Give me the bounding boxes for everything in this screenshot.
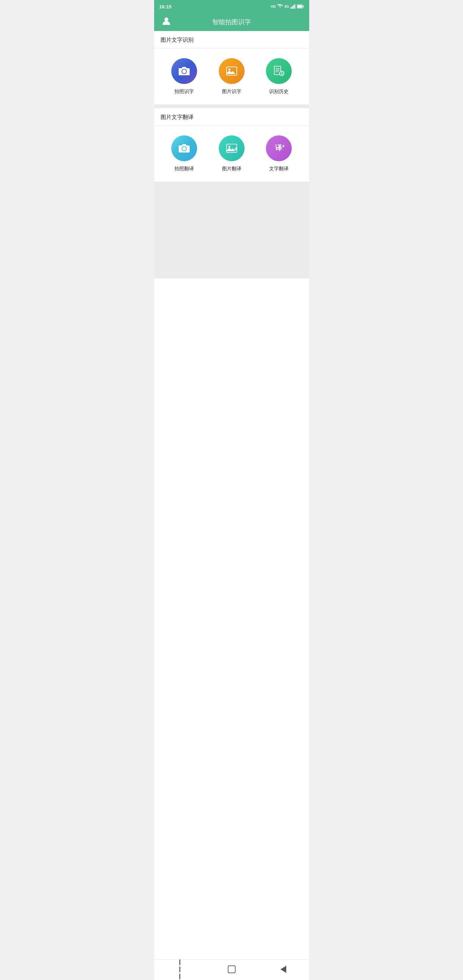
translation-grid: 拍照翻译 图片翻译 译 bbox=[154, 126, 309, 181]
battery-icon bbox=[297, 5, 304, 8]
image-recognize-item[interactable]: 图片识字 bbox=[208, 58, 255, 95]
nav-menu-button[interactable] bbox=[154, 959, 206, 979]
photo-recognize-icon-circle bbox=[171, 58, 197, 84]
hd-icon: HD bbox=[271, 5, 276, 8]
image-recognize-icon-circle bbox=[219, 58, 245, 84]
main-content: 图片文字识别 拍照识字 图片识字 bbox=[154, 31, 309, 959]
empty-area bbox=[154, 181, 309, 278]
svg-rect-5 bbox=[297, 5, 302, 8]
nav-home-button[interactable] bbox=[206, 966, 258, 973]
image-translate-label: 图片翻译 bbox=[222, 166, 241, 172]
svg-text:译: 译 bbox=[275, 144, 282, 152]
section-divider-1 bbox=[154, 104, 309, 108]
camera2-icon bbox=[177, 142, 191, 155]
svg-rect-2 bbox=[293, 5, 294, 9]
home-icon bbox=[228, 966, 235, 973]
photo-recognize-label: 拍照识字 bbox=[175, 89, 194, 95]
nav-back-button[interactable] bbox=[258, 966, 309, 973]
svg-point-17 bbox=[228, 146, 231, 148]
recognition-grid: 拍照识字 图片识字 bbox=[154, 48, 309, 104]
text-translate-item[interactable]: 译 文字翻译 bbox=[255, 135, 303, 172]
avatar-button[interactable] bbox=[161, 16, 172, 28]
text-translate-label: 文字翻译 bbox=[269, 166, 288, 172]
menu-icon bbox=[179, 959, 180, 979]
section-recognition-header: 图片文字识别 bbox=[154, 31, 309, 48]
status-time: 16:15 bbox=[159, 4, 172, 10]
photo-recognize-item[interactable]: 拍照识字 bbox=[161, 58, 208, 95]
signal-icon bbox=[290, 4, 296, 9]
svg-point-9 bbox=[228, 68, 231, 70]
svg-rect-6 bbox=[303, 6, 304, 8]
svg-rect-1 bbox=[292, 6, 293, 9]
recognize-history-item[interactable]: 识别历史 bbox=[255, 58, 303, 95]
app-header: 智能拍图识字 bbox=[154, 13, 309, 31]
text-translate-icon-circle: 译 bbox=[266, 135, 292, 161]
image2-icon bbox=[225, 142, 239, 155]
svg-rect-0 bbox=[290, 7, 291, 9]
image-icon bbox=[225, 64, 239, 78]
user-icon bbox=[162, 16, 171, 28]
section-translation-header: 图片文字翻译 bbox=[154, 108, 309, 126]
photo-translate-item[interactable]: 拍照翻译 bbox=[161, 135, 208, 172]
photo-translate-icon-circle bbox=[171, 135, 197, 161]
svg-rect-16 bbox=[226, 144, 237, 153]
svg-rect-3 bbox=[294, 4, 295, 9]
recognize-history-icon-circle bbox=[266, 58, 292, 84]
bottom-nav bbox=[154, 959, 309, 980]
image-translate-item[interactable]: 图片翻译 bbox=[208, 135, 255, 172]
history-icon bbox=[272, 64, 286, 78]
image-recognize-label: 图片识字 bbox=[222, 89, 241, 95]
back-icon bbox=[280, 966, 286, 973]
4g-icon: 4G bbox=[284, 5, 289, 8]
page-title: 智能拍图识字 bbox=[172, 18, 291, 27]
photo-translate-label: 拍照翻译 bbox=[175, 166, 194, 172]
status-bar: 16:15 HD 4G bbox=[154, 0, 309, 13]
wifi-icon bbox=[277, 4, 283, 9]
svg-point-7 bbox=[164, 18, 168, 21]
recognize-history-label: 识别历史 bbox=[269, 89, 288, 95]
status-icons: HD 4G bbox=[271, 4, 304, 9]
translate-icon: 译 bbox=[272, 142, 286, 155]
image-translate-icon-circle bbox=[219, 135, 245, 161]
camera-icon bbox=[177, 64, 191, 78]
svg-rect-8 bbox=[226, 67, 237, 75]
